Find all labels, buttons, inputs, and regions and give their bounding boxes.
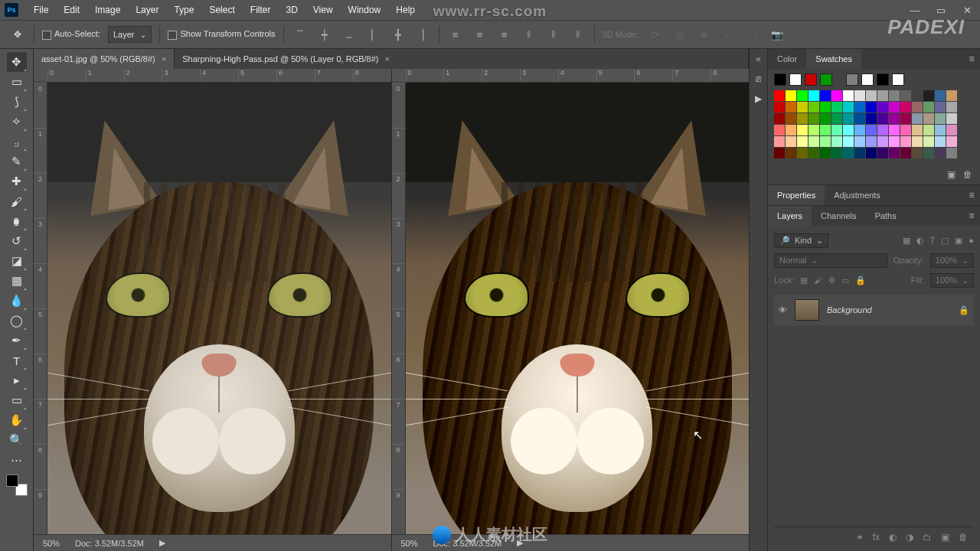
swatch-cell[interactable] bbox=[946, 136, 957, 147]
swatch-cell[interactable] bbox=[831, 113, 842, 124]
3d-zoom-icon[interactable]: ⛶ bbox=[744, 26, 761, 43]
swatch-cell[interactable] bbox=[831, 148, 842, 158]
swatch-cell[interactable] bbox=[935, 125, 946, 135]
link-layers-icon[interactable]: ⚭ bbox=[856, 532, 864, 543]
align-bottom-icon[interactable]: ⎽ bbox=[341, 26, 358, 43]
swatch-cell[interactable] bbox=[935, 102, 946, 112]
foreground-background-color[interactable] bbox=[6, 474, 28, 496]
blur-tool[interactable]: 💧 bbox=[7, 291, 27, 311]
swatch-cell[interactable] bbox=[912, 113, 923, 124]
swatch-cell[interactable] bbox=[900, 136, 911, 147]
swatch-cell[interactable] bbox=[808, 125, 819, 135]
lock-image-icon[interactable]: 🖌 bbox=[814, 276, 822, 285]
menu-type[interactable]: Type bbox=[166, 5, 201, 15]
swatch-cell[interactable] bbox=[912, 102, 923, 112]
swatch-cell[interactable] bbox=[831, 90, 842, 101]
swatch-cell[interactable] bbox=[774, 136, 785, 147]
swatch-recent[interactable] bbox=[805, 73, 817, 86]
swatch-cell[interactable] bbox=[900, 113, 911, 124]
layer-fx-icon[interactable]: fx bbox=[873, 532, 880, 543]
menu-filter[interactable]: Filter bbox=[243, 5, 279, 15]
type-tool[interactable]: T bbox=[7, 350, 27, 370]
menu-help[interactable]: Help bbox=[388, 5, 423, 15]
swatch-cell[interactable] bbox=[808, 148, 819, 158]
edit-toolbar[interactable]: ⋯ bbox=[7, 450, 27, 470]
lock-transparent-icon[interactable]: ▦ bbox=[800, 276, 808, 285]
swatch-cell[interactable] bbox=[843, 113, 854, 124]
layer-thumbnail[interactable] bbox=[795, 299, 819, 321]
zoom-tool[interactable]: 🔍 bbox=[7, 430, 27, 450]
swatch-cell[interactable] bbox=[820, 90, 831, 101]
zoom-level[interactable]: 50% bbox=[43, 539, 60, 548]
menu-select[interactable]: Select bbox=[201, 5, 242, 15]
status-arrow-icon[interactable]: ▶ bbox=[517, 538, 523, 548]
swatch-cell[interactable] bbox=[786, 90, 796, 101]
swatch-cell[interactable] bbox=[797, 90, 808, 101]
tab-color[interactable]: Color bbox=[768, 49, 806, 69]
3d-roll-icon[interactable]: ◎ bbox=[671, 26, 688, 43]
swatch-cell[interactable] bbox=[774, 102, 785, 112]
swatch-cell[interactable] bbox=[843, 148, 854, 158]
swatch-recent[interactable] bbox=[892, 73, 904, 86]
swatch-cell[interactable] bbox=[797, 102, 808, 112]
swatch-cell[interactable] bbox=[854, 90, 865, 101]
expand-panels-icon[interactable]: « bbox=[756, 54, 761, 64]
swatch-recent[interactable] bbox=[846, 73, 858, 86]
filter-shape-icon[interactable]: ▢ bbox=[941, 236, 949, 246]
tab-swatches[interactable]: Swatches bbox=[806, 49, 861, 69]
swatch-recent[interactable] bbox=[774, 73, 786, 86]
3d-orbit-icon[interactable]: ⟳ bbox=[646, 26, 663, 43]
3d-slide-icon[interactable]: ↔ bbox=[720, 26, 737, 43]
swatch-cell[interactable] bbox=[935, 136, 946, 147]
fill-input[interactable]: 100% bbox=[930, 273, 974, 288]
swatch-cell[interactable] bbox=[923, 113, 934, 124]
swatch-cell[interactable] bbox=[900, 90, 911, 101]
swatch-cell[interactable] bbox=[877, 90, 888, 101]
group-icon[interactable]: 🗀 bbox=[923, 532, 932, 543]
swatch-cell[interactable] bbox=[843, 136, 854, 147]
swatch-cell[interactable] bbox=[877, 102, 888, 112]
menu-edit[interactable]: Edit bbox=[56, 5, 87, 15]
swatch-cell[interactable] bbox=[946, 148, 957, 158]
swatch-cell[interactable] bbox=[935, 90, 946, 101]
distribute-bottom-icon[interactable]: ≡ bbox=[496, 26, 513, 43]
filter-toggle-icon[interactable]: ● bbox=[969, 236, 974, 246]
distribute-left-icon[interactable]: ⦀ bbox=[521, 26, 537, 43]
swatch-cell[interactable] bbox=[866, 136, 877, 147]
swatch-cell[interactable] bbox=[912, 136, 923, 147]
document-tab-1[interactable]: Sharpning-High Pass.psd @ 50% (Layer 0, … bbox=[175, 49, 749, 69]
eyedropper-tool[interactable]: ✎ bbox=[7, 152, 27, 171]
swatch-cell[interactable] bbox=[786, 102, 796, 112]
distribute-vcenter-icon[interactable]: ≡ bbox=[472, 26, 488, 43]
collapsed-panel-play-icon[interactable]: ▶ bbox=[755, 93, 762, 104]
swatch-cell[interactable] bbox=[774, 113, 785, 124]
swatch-cell[interactable] bbox=[866, 102, 877, 112]
blend-mode-dropdown[interactable]: Normal bbox=[774, 253, 887, 268]
swatch-cell[interactable] bbox=[843, 90, 854, 101]
swatch-cell[interactable] bbox=[923, 148, 934, 158]
lock-artboard-icon[interactable]: ▭ bbox=[841, 276, 849, 285]
swatch-cell[interactable] bbox=[831, 102, 842, 112]
swatch-cell[interactable] bbox=[797, 113, 808, 124]
3d-pan-icon[interactable]: ✥ bbox=[695, 26, 712, 43]
swatch-cell[interactable] bbox=[797, 136, 808, 147]
swatch-cell[interactable] bbox=[889, 90, 900, 101]
menu-image[interactable]: Image bbox=[87, 5, 128, 15]
swatch-cell[interactable] bbox=[877, 113, 888, 124]
3d-camera-icon[interactable]: 📷 bbox=[769, 26, 786, 43]
swatch-cell[interactable] bbox=[900, 102, 911, 112]
swatch-cell[interactable] bbox=[843, 102, 854, 112]
swatch-cell[interactable] bbox=[843, 125, 854, 135]
delete-swatch-icon[interactable]: 🗑 bbox=[963, 169, 972, 180]
window-restore-button[interactable]: ▭ bbox=[928, 2, 954, 18]
swatch-cell[interactable] bbox=[866, 113, 877, 124]
swatch-recent[interactable] bbox=[877, 73, 889, 86]
foreground-color-swatch[interactable] bbox=[6, 474, 18, 487]
swatch-cell[interactable] bbox=[866, 125, 877, 135]
swatch-recent[interactable] bbox=[861, 73, 874, 86]
swatch-cell[interactable] bbox=[900, 148, 911, 158]
swatch-cell[interactable] bbox=[854, 102, 865, 112]
swatch-cell[interactable] bbox=[889, 148, 900, 158]
tab-adjustments[interactable]: Adjustments bbox=[825, 185, 890, 205]
menu-view[interactable]: View bbox=[305, 5, 341, 15]
